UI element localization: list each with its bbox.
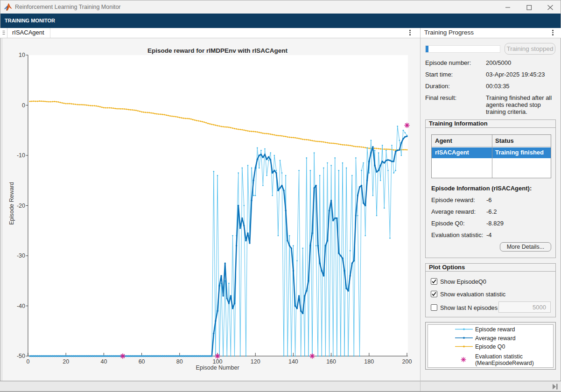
svg-text:-20: -20 xyxy=(17,203,25,209)
svg-text:40: 40 xyxy=(100,358,107,365)
svg-text:180: 180 xyxy=(364,358,374,365)
svg-text:0: 0 xyxy=(27,358,30,365)
svg-text:-40: -40 xyxy=(17,303,25,309)
svg-text:Episode reward for rIMDPEnv wi: Episode reward for rIMDPEnv with rISACAg… xyxy=(147,47,288,54)
svg-text:-10: -10 xyxy=(17,152,25,159)
svg-text:-50: -50 xyxy=(17,353,25,359)
svg-text:-30: -30 xyxy=(17,252,25,259)
svg-text:20: 20 xyxy=(63,358,69,365)
svg-text:160: 160 xyxy=(326,358,336,365)
svg-text:Episode Reward: Episode Reward xyxy=(8,182,15,225)
svg-text:100: 100 xyxy=(213,358,223,365)
svg-text:120: 120 xyxy=(251,358,260,365)
svg-text:0: 0 xyxy=(22,102,25,109)
svg-text:Episode Number: Episode Number xyxy=(196,364,239,371)
svg-text:200: 200 xyxy=(402,358,412,365)
svg-text:80: 80 xyxy=(176,358,183,365)
svg-text:60: 60 xyxy=(139,358,145,365)
svg-text:140: 140 xyxy=(288,358,298,365)
svg-text:10: 10 xyxy=(19,52,25,58)
